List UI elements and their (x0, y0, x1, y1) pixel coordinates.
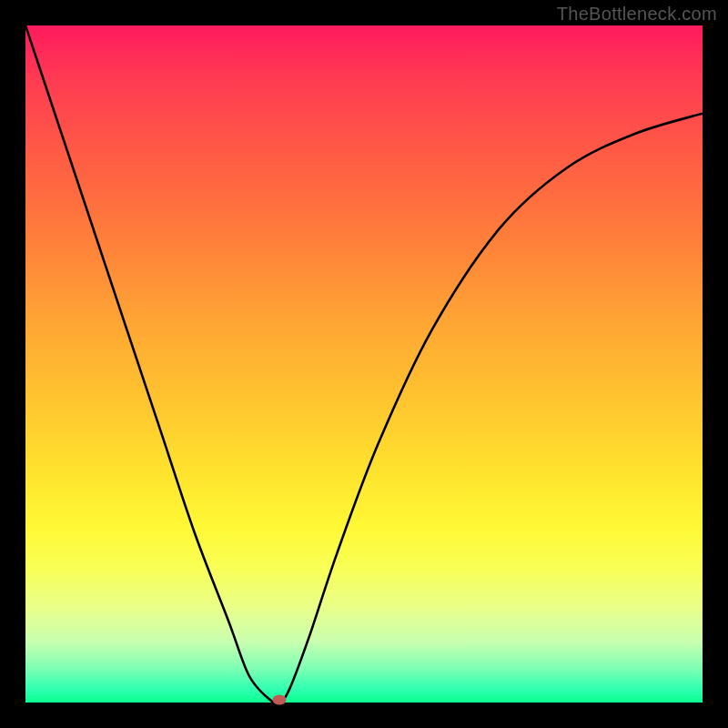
watermark-text: TheBottleneck.com (557, 4, 717, 25)
plot-area (25, 25, 703, 703)
curve-path (25, 25, 703, 703)
bottleneck-curve (25, 25, 703, 703)
minimum-marker (273, 695, 287, 705)
